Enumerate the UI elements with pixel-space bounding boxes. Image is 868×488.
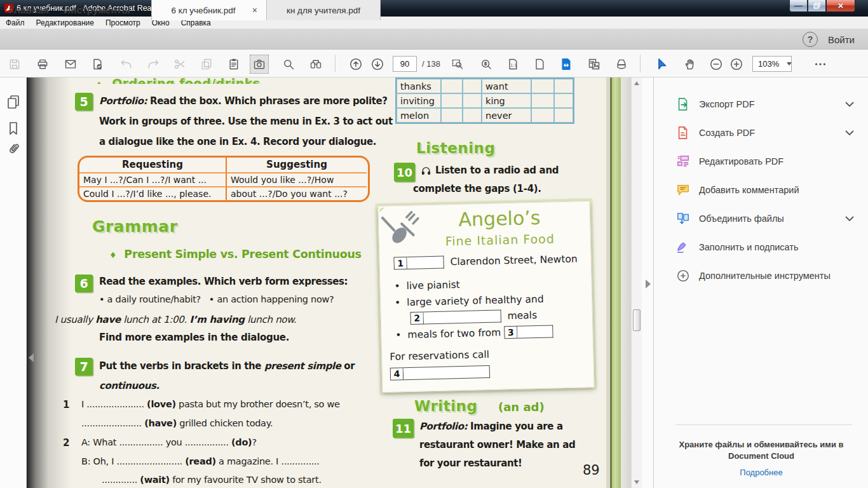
copy-icon[interactable] [198, 56, 215, 72]
gap-1-blank[interactable] [407, 256, 444, 269]
combine-files-icon [675, 211, 691, 226]
menu-edit[interactable]: Редактирование [31, 17, 100, 29]
zoom-in-icon[interactable] [728, 56, 745, 72]
scrollbar-thumb[interactable] [633, 309, 641, 331]
table-header: Requesting [79, 158, 227, 172]
vocab-word: melon [397, 108, 441, 123]
fit-page-icon[interactable] [531, 56, 548, 72]
dynamic-zoom-icon[interactable] [478, 56, 494, 72]
fit-width-icon[interactable] [558, 56, 574, 72]
tab-home[interactable]: Главная [9, 4, 49, 16]
ad-bullet-1: • live pianist [394, 279, 460, 292]
exercise-6-title: Read the examples. Which verb form expre… [99, 276, 348, 287]
window-titlebar: 6 кл учебник.pdf - Adobe Acrobat Reader … [0, 0, 868, 17]
chevron-down-icon[interactable] [845, 127, 854, 139]
add-comment-icon [675, 182, 691, 198]
page-display-mode-icon[interactable] [586, 56, 602, 72]
edit-pdf-icon [675, 154, 691, 169]
restore-icon [813, 3, 820, 9]
reading-mode-icon[interactable] [613, 56, 630, 72]
pdf-document-view[interactable]: ♦Ordering food/drinks thankswant invitin… [27, 78, 631, 488]
sign-in-button[interactable]: Войти [828, 34, 855, 45]
chevron-down-icon[interactable] [845, 213, 854, 224]
close-button[interactable]: × [826, 0, 855, 12]
more-tools-ellipsis-icon[interactable] [812, 56, 829, 72]
chevron-down-icon[interactable] [845, 98, 854, 110]
exercise-10-line1: Listen to a radio ad and [435, 165, 559, 176]
restore-button[interactable] [808, 0, 826, 12]
next-page-icon[interactable] [369, 56, 386, 72]
vocabulary-table: thankswant invitingking melonnever [395, 78, 574, 124]
find-binoculars-icon[interactable] [308, 56, 324, 72]
radio-ad-card: Angelo’s Fine Italian Food 1 Clarendon S… [377, 201, 594, 393]
spellcheck-file-icon[interactable] [89, 56, 105, 72]
tool-create-pdf[interactable]: Создать PDF [654, 120, 868, 146]
gap-4-number: 4 [390, 367, 403, 381]
toolbar-separator [335, 55, 336, 72]
minimize-button[interactable]: — [789, 0, 808, 12]
vocab-empty-cell [463, 93, 482, 108]
tool-export-pdf[interactable]: Экспорт PDF [654, 92, 868, 117]
headphones-icon [421, 166, 431, 179]
tab-tools[interactable]: Инструменты [64, 4, 130, 16]
menu-file[interactable]: Файл [0, 17, 31, 29]
cut-icon[interactable] [172, 56, 188, 72]
menu-view[interactable]: Просмотр [100, 17, 146, 29]
scroll-up-arrow[interactable] [634, 81, 639, 85]
gap-2-number: 2 [410, 311, 424, 325]
vertical-scrollbar[interactable] [631, 78, 642, 488]
help-icon[interactable]: ? [803, 32, 818, 47]
gap-2-blank[interactable] [424, 309, 501, 324]
document-cloud-promo: Document Cloud [654, 451, 868, 461]
zoom-out-icon[interactable] [708, 56, 724, 72]
learn-more-link[interactable]: Подробнее [654, 468, 868, 477]
marquee-zoom-icon[interactable] [449, 56, 466, 72]
page-number-input[interactable]: 90 [393, 56, 417, 72]
expand-right-panel-icon[interactable] [646, 280, 651, 288]
tool-add-comment[interactable]: Добавить комментарий [654, 177, 868, 203]
document-tab-active[interactable]: 6 кл учебник.pdf × [151, 0, 267, 20]
ad-restaurant-name: Angelo’s [417, 205, 583, 231]
fill-sign-icon [675, 240, 691, 255]
paste-clipboard-icon[interactable] [226, 56, 242, 72]
gap-3-number: 3 [504, 326, 517, 339]
listening-heading: Listening [416, 140, 495, 156]
tool-edit-pdf[interactable]: Редактировать PDF [654, 149, 868, 174]
vocab-empty-cell [531, 93, 554, 108]
select-tool-icon[interactable] [653, 56, 670, 72]
right-panel-toggle-strip [642, 78, 654, 488]
ad-bullet-3: • meals for two from 3 [395, 325, 553, 341]
email-icon[interactable] [62, 56, 79, 72]
document-tab-inactive[interactable]: кн для учителя.pdf [267, 0, 381, 20]
requesting-suggesting-table: Requesting Suggesting May I ...?/Can I .… [78, 156, 370, 202]
snapshot-camera-icon[interactable] [250, 55, 269, 74]
actual-size-icon[interactable]: 1:1 [505, 56, 521, 72]
tab-close-icon[interactable]: × [252, 5, 257, 15]
redo-icon[interactable] [145, 56, 161, 72]
vocab-empty-cell [463, 79, 482, 93]
save-icon[interactable] [6, 56, 23, 72]
writing-subheading: (an ad) [498, 400, 545, 414]
exercise-7-item2-lineB: B: Oh, I ........................ (read)… [81, 456, 320, 466]
hand-tool-icon[interactable] [681, 56, 698, 72]
scroll-down-arrow[interactable] [634, 480, 639, 484]
collapse-left-panel-icon[interactable] [29, 353, 34, 362]
print-icon[interactable] [34, 56, 51, 72]
exercise-11-number: 11 [393, 419, 414, 438]
tool-fill-sign[interactable]: Заполнить и подписать [654, 234, 868, 260]
clipped-section-heading: ♦Ordering food/drinks [95, 78, 261, 84]
find-more-examples: Find more examples in the dialogue. [99, 332, 289, 343]
previous-page-icon[interactable] [348, 56, 364, 72]
page-thumbnails-icon[interactable] [6, 94, 21, 109]
divider [675, 424, 852, 425]
zoom-level-dropdown[interactable]: 103% [752, 56, 792, 72]
tool-more-tools[interactable]: Дополнительные инструменты [654, 263, 868, 288]
tool-combine-files[interactable]: Объединить файлы [654, 206, 868, 231]
bookmarks-icon[interactable] [6, 121, 21, 136]
vocab-empty-cell [441, 79, 463, 93]
gap-4-blank[interactable] [403, 365, 490, 380]
undo-icon[interactable] [118, 56, 135, 72]
attachments-paperclip-icon[interactable] [6, 141, 21, 156]
gap-3-blank[interactable] [517, 325, 553, 338]
search-icon[interactable] [280, 56, 297, 72]
